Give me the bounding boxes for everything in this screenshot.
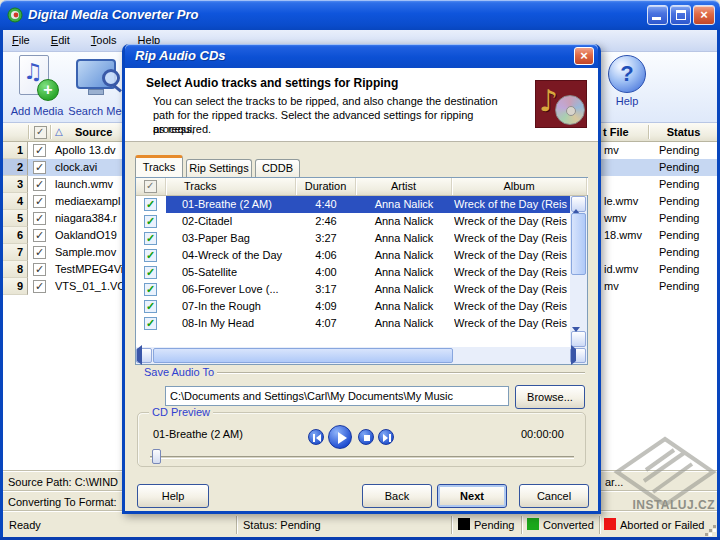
next-button[interactable]: Next [437,484,507,508]
tracks-column-header[interactable]: Tracks [166,178,296,195]
track-checkbox[interactable] [144,317,157,330]
row-number: 8 [3,261,28,278]
artist-column-header[interactable]: Artist [356,178,452,195]
tab-cddb[interactable]: CDDB [255,159,300,177]
track-row-selected[interactable]: 01-Breathe (2 AM) 4:40 Anna Nalick Wreck… [136,196,587,213]
tab-tracks[interactable]: Tracks [135,155,183,177]
row-number: 2 [3,159,28,176]
track-name: 07-In the Rough [182,300,261,312]
track-row[interactable]: 04-Wreck of the Day 4:06 Anna Nalick Wre… [136,247,587,264]
preview-seek-thumb[interactable] [152,449,161,464]
track-checkbox[interactable] [144,249,157,262]
tab-cddb-label: CDDB [262,162,293,174]
track-duration: 4:06 [296,249,356,261]
track-album: Wreck of the Day (Reis [454,198,570,210]
status-column-header[interactable]: Status [651,126,716,138]
row-number: 9 [3,278,28,295]
rip-audio-cds-dialog: Rip Audio CDs × Select Audio tracks and … [122,44,601,514]
duration-column-header[interactable]: Duration [296,178,356,195]
minimize-button[interactable] [647,5,668,25]
search-media-label: Search Med [67,105,129,117]
dialog-help-button[interactable]: Help [137,484,209,508]
output-cell: mv [604,144,619,156]
next-track-button[interactable] [378,429,394,445]
tracks-select-all-checkbox[interactable] [144,180,157,193]
track-duration: 4:07 [296,317,356,329]
row-checkbox[interactable] [33,212,46,225]
row-checkbox[interactable] [33,195,46,208]
help-toolbar-button[interactable]: ? Help [601,55,653,121]
output-file-column-header[interactable]: t File [603,126,629,138]
horizontal-scrollbar[interactable] [136,347,587,364]
track-checkbox[interactable] [144,300,157,313]
row-checkbox[interactable] [33,229,46,242]
browse-button[interactable]: Browse... [515,385,585,409]
source-column-header[interactable]: Source [75,126,112,138]
menu-file[interactable]: File [3,30,39,52]
add-media-button[interactable]: ♫+ Add Media [8,55,66,121]
status-cell: Pending [659,229,699,241]
menu-edit[interactable]: Edit [42,30,79,52]
legend-converted-label: Converted [543,519,594,531]
status-cell: Pending [659,178,699,190]
maximize-icon [676,10,686,20]
menu-tools[interactable]: Tools [82,30,126,52]
maximize-button[interactable] [670,5,691,25]
scroll-right-button[interactable] [570,348,586,363]
track-row[interactable]: 05-Satellite 4:00 Anna Nalick Wreck of t… [136,264,587,281]
dialog-header: Select Audio tracks and settings for Rip… [125,68,598,142]
row-checkbox[interactable] [33,246,46,259]
row-checkbox[interactable] [33,263,46,276]
previous-icon [309,430,325,446]
row-number: 1 [3,142,28,159]
row-checkbox[interactable] [33,161,46,174]
clear-button-fragment[interactable]: ar... [605,476,623,488]
play-button[interactable] [328,425,352,449]
back-button[interactable]: Back [362,484,432,508]
status-cell: Pending [659,212,699,224]
music-cd-icon: ♪ [535,80,587,128]
vertical-scroll-thumb[interactable] [571,213,586,275]
minimize-icon [652,17,661,20]
scroll-left-button[interactable] [136,348,152,363]
search-media-button[interactable]: Search Med [67,55,129,121]
row-checkbox[interactable] [33,280,46,293]
output-cell: le.wmv [604,195,638,207]
tracks-list-header[interactable]: Tracks Duration Artist Album [136,178,587,196]
track-name: 04-Wreck of the Day [182,249,282,261]
dialog-close-button[interactable]: × [574,47,594,65]
vertical-scrollbar[interactable] [570,196,587,347]
track-checkbox[interactable] [144,283,157,296]
resize-grip[interactable] [709,529,712,532]
status-cell: Pending [659,246,699,258]
close-icon: × [694,6,714,23]
track-row[interactable]: 07-In the Rough 4:09 Anna Nalick Wreck o… [136,298,587,315]
track-checkbox[interactable] [144,198,157,211]
row-checkbox[interactable] [33,144,46,157]
dialog-header-title: Select Audio tracks and settings for Rip… [146,76,398,90]
stop-button[interactable] [358,429,374,445]
track-row[interactable]: 02-Citadel 2:46 Anna Nalick Wreck of the… [136,213,587,230]
sort-ascending-icon: △ [55,126,63,137]
track-checkbox[interactable] [144,266,157,279]
previous-track-button[interactable] [308,429,324,445]
close-button[interactable]: × [693,5,715,25]
select-all-checkbox[interactable] [34,126,47,139]
track-checkbox[interactable] [144,232,157,245]
track-row[interactable]: 03-Paper Bag 3:27 Anna Nalick Wreck of t… [136,230,587,247]
help-toolbar-label: Help [601,95,653,107]
row-checkbox[interactable] [33,178,46,191]
track-row[interactable]: 08-In My Head 4:07 Anna Nalick Wreck of … [136,315,587,332]
tracks-rows: 01-Breathe (2 AM) 4:40 Anna Nalick Wreck… [136,196,587,332]
track-checkbox[interactable] [144,215,157,228]
window-title: Digital Media Converter Pro [28,0,198,30]
horizontal-scroll-thumb[interactable] [153,348,453,363]
save-path-input[interactable] [165,386,509,406]
track-row[interactable]: 06-Forever Love (... 3:17 Anna Nalick Wr… [136,281,587,298]
album-column-header[interactable]: Album [452,178,587,195]
status-cell: Pending [659,161,699,173]
cancel-button[interactable]: Cancel [519,484,589,508]
preview-seek-track[interactable] [150,456,574,459]
tab-rip-settings[interactable]: Rip Settings [186,159,252,177]
scroll-up-button[interactable] [571,196,586,212]
